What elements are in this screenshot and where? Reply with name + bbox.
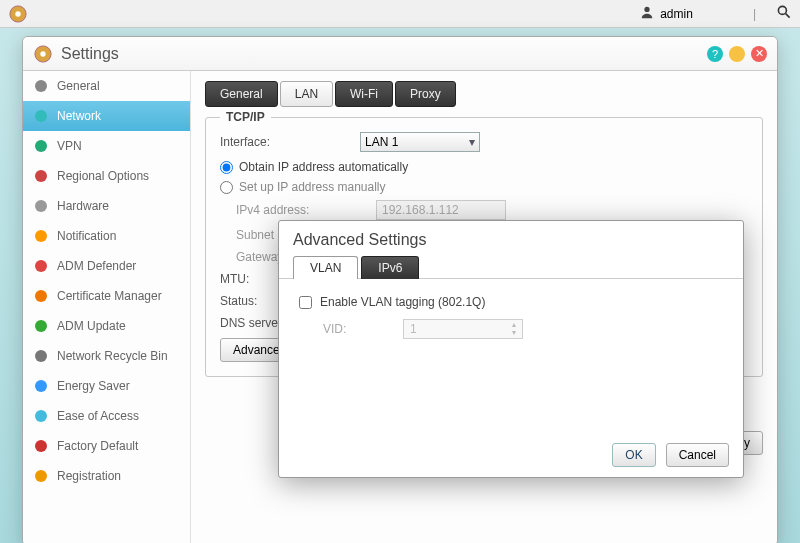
advanced-settings-modal: Advanced Settings VLAN IPv6 Enable VLAN … (278, 220, 744, 478)
interface-label: Interface: (220, 135, 350, 149)
enable-vlan-checkbox[interactable]: Enable VLAN tagging (802.1Q) (299, 295, 723, 309)
sidebar-item-energy-saver[interactable]: Energy Saver (23, 371, 190, 401)
svg-point-18 (35, 410, 47, 422)
sidebar-icon (33, 408, 49, 424)
help-button[interactable]: ? (707, 46, 723, 62)
user-label: admin (660, 7, 693, 21)
sidebar: GeneralNetworkVPNRegional OptionsHardwar… (23, 71, 191, 543)
svg-point-11 (35, 200, 47, 212)
ok-button[interactable]: OK (612, 443, 655, 467)
sidebar-item-label: Factory Default (57, 439, 138, 453)
sidebar-item-label: Hardware (57, 199, 109, 213)
sidebar-item-label: Regional Options (57, 169, 149, 183)
svg-point-14 (35, 290, 47, 302)
svg-point-3 (778, 6, 786, 14)
app-launcher-icon[interactable] (8, 4, 28, 24)
radio-manual-input[interactable] (220, 181, 233, 194)
svg-point-16 (35, 350, 47, 362)
sidebar-item-notification[interactable]: Notification (23, 221, 190, 251)
settings-app-icon (33, 44, 53, 64)
ip-auto-radio[interactable]: Obtain IP address automatically (220, 160, 748, 174)
sidebar-icon (33, 108, 49, 124)
user-icon (640, 5, 654, 22)
sidebar-icon (33, 468, 49, 484)
sidebar-icon (33, 168, 49, 184)
sidebar-item-certificate-manager[interactable]: Certificate Manager (23, 281, 190, 311)
modal-tabs: VLAN IPv6 (279, 255, 743, 279)
svg-point-20 (35, 470, 47, 482)
svg-point-2 (645, 7, 650, 12)
sidebar-icon (33, 138, 49, 154)
tab-wi-fi[interactable]: Wi-Fi (335, 81, 393, 107)
sidebar-item-general[interactable]: General (23, 71, 190, 101)
svg-point-13 (35, 260, 47, 272)
vid-spinner: 1 ▴▾ (403, 319, 523, 339)
sidebar-icon (33, 78, 49, 94)
interface-value: LAN 1 (365, 135, 398, 149)
search-icon[interactable] (776, 4, 792, 23)
sidebar-icon (33, 288, 49, 304)
sidebar-icon (33, 378, 49, 394)
cancel-button[interactable]: Cancel (666, 443, 729, 467)
user-menu[interactable]: admin (640, 5, 693, 22)
minimize-button[interactable] (729, 46, 745, 62)
close-button[interactable]: ✕ (751, 46, 767, 62)
tab-lan[interactable]: LAN (280, 81, 333, 107)
vid-value: 1 (410, 322, 417, 336)
sidebar-icon (33, 228, 49, 244)
sidebar-item-factory-default[interactable]: Factory Default (23, 431, 190, 461)
tab-proxy[interactable]: Proxy (395, 81, 456, 107)
svg-point-6 (40, 51, 45, 56)
sidebar-icon (33, 318, 49, 334)
tab-general[interactable]: General (205, 81, 278, 107)
fieldset-legend: TCP/IP (220, 110, 271, 124)
ipv4-input (376, 200, 506, 220)
sidebar-icon (33, 348, 49, 364)
modal-title: Advanced Settings (279, 221, 743, 255)
sidebar-item-label: Network Recycle Bin (57, 349, 168, 363)
sidebar-item-label: Ease of Access (57, 409, 139, 423)
svg-line-4 (786, 14, 790, 18)
ip-manual-radio[interactable]: Set up IP address manually (220, 180, 748, 194)
sidebar-item-regional-options[interactable]: Regional Options (23, 161, 190, 191)
sidebar-item-hardware[interactable]: Hardware (23, 191, 190, 221)
sidebar-item-ease-of-access[interactable]: Ease of Access (23, 401, 190, 431)
ipv4-label: IPv4 address: (236, 203, 366, 217)
vid-label: VID: (323, 322, 393, 336)
sidebar-icon (33, 438, 49, 454)
sidebar-item-network-recycle-bin[interactable]: Network Recycle Bin (23, 341, 190, 371)
network-tabs: GeneralLANWi-FiProxy (205, 81, 763, 107)
sidebar-icon (33, 198, 49, 214)
svg-point-10 (35, 170, 47, 182)
window-title: Settings (61, 45, 119, 63)
sidebar-item-registration[interactable]: Registration (23, 461, 190, 491)
enable-vlan-label: Enable VLAN tagging (802.1Q) (320, 295, 485, 309)
divider: | (753, 7, 756, 21)
sidebar-item-adm-defender[interactable]: ADM Defender (23, 251, 190, 281)
sidebar-item-label: ADM Defender (57, 259, 136, 273)
sidebar-item-label: General (57, 79, 100, 93)
sidebar-item-label: Certificate Manager (57, 289, 162, 303)
interface-select[interactable]: LAN 1 ▾ (360, 132, 480, 152)
sidebar-item-label: Energy Saver (57, 379, 130, 393)
sidebar-item-vpn[interactable]: VPN (23, 131, 190, 161)
sidebar-icon (33, 258, 49, 274)
spinner-arrows-icon: ▴▾ (512, 321, 516, 337)
radio-auto-label: Obtain IP address automatically (239, 160, 408, 174)
sidebar-item-label: Network (57, 109, 101, 123)
sidebar-item-label: ADM Update (57, 319, 126, 333)
svg-point-7 (35, 80, 47, 92)
sidebar-item-adm-update[interactable]: ADM Update (23, 311, 190, 341)
tab-ipv6[interactable]: IPv6 (361, 256, 419, 279)
sidebar-item-network[interactable]: Network (23, 101, 190, 131)
svg-point-17 (35, 380, 47, 392)
enable-vlan-input[interactable] (299, 296, 312, 309)
radio-auto-input[interactable] (220, 161, 233, 174)
sidebar-item-label: Notification (57, 229, 116, 243)
svg-point-15 (35, 320, 47, 332)
svg-point-19 (35, 440, 47, 452)
tab-vlan[interactable]: VLAN (293, 256, 358, 279)
svg-point-8 (35, 110, 47, 122)
svg-point-1 (15, 11, 20, 16)
svg-point-9 (35, 140, 47, 152)
